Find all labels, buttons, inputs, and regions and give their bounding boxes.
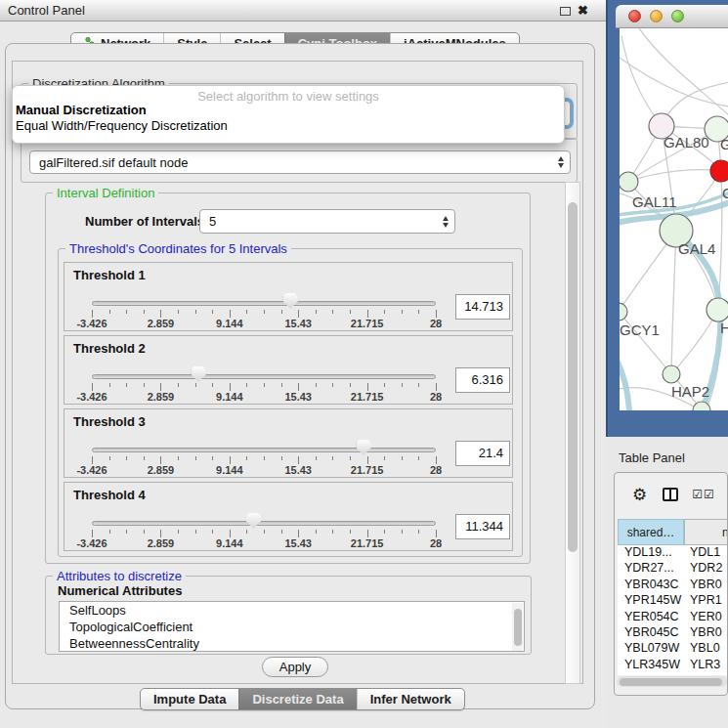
threshold-3-panel: Threshold 3 -3.426 2.859 9.144 15.43 21.… bbox=[64, 408, 513, 478]
slider-scale: -3.426 2.859 9.144 15.43 21.715 28 bbox=[92, 318, 436, 329]
slider-track[interactable] bbox=[92, 448, 436, 452]
table-row[interactable]: YER054CYER0 bbox=[618, 610, 728, 625]
table-row[interactable]: YBL079WYBL0 bbox=[618, 641, 728, 657]
table-panel-area: Table Panel ⚙ ☑ ☑ shared… na YDL19...YDL… bbox=[606, 437, 728, 728]
table-row[interactable]: YPR145WYPR1 bbox=[618, 593, 728, 609]
network-graph: GAL80 GA C GAL11 GAL4 GCY1 H HAP2 bbox=[620, 28, 728, 410]
minimize-traffic-light[interactable] bbox=[650, 10, 663, 22]
group-title: Interval Definition bbox=[53, 186, 158, 200]
list-item[interactable]: BetweennessCentrality bbox=[60, 635, 524, 652]
algorithm-dropdown-popup: Select algorithm to view settings Manual… bbox=[12, 85, 565, 144]
network-node-selected[interactable] bbox=[710, 160, 728, 182]
apply-button[interactable]: Apply bbox=[262, 657, 328, 677]
tab-infer-network[interactable]: Infer Network bbox=[357, 689, 464, 709]
table-row[interactable]: YIL052CYIL0 bbox=[618, 673, 728, 675]
column-header-name[interactable]: na bbox=[684, 519, 728, 545]
thresholds-group: Threshold's Coordinates for 5 Intervals … bbox=[58, 248, 523, 557]
gear-icon[interactable]: ⚙ bbox=[632, 485, 647, 505]
panel-title: Control Panel bbox=[8, 3, 85, 18]
group-title: Threshold's Coordinates for 5 Intervals bbox=[65, 241, 291, 256]
threshold-value-field[interactable]: 14.713 bbox=[455, 294, 510, 320]
threshold-label: Threshold 4 bbox=[73, 488, 146, 502]
slider-thumb[interactable] bbox=[357, 440, 371, 455]
node-label: GCY1 bbox=[620, 321, 660, 338]
network-node[interactable] bbox=[620, 303, 627, 321]
cyni-vertical-scrollbar[interactable] bbox=[565, 182, 580, 684]
table-rows: YDL19...YDL1 YDR27...YDR2 YBR043CYBR0 YP… bbox=[618, 545, 728, 675]
threshold-label: Threshold 1 bbox=[73, 268, 146, 282]
table-data-combobox[interactable]: galFiltered.sif default node bbox=[29, 150, 571, 174]
table-row[interactable]: YBR045CYBR0 bbox=[618, 625, 728, 641]
num-intervals-label: Number of Intervals bbox=[85, 214, 204, 229]
list-item[interactable]: SelfLoops bbox=[60, 602, 524, 619]
network-view-window: GAL80 GA C GAL11 GAL4 GCY1 H HAP2 bbox=[606, 0, 728, 437]
slider-scale: -3.426 2.859 9.144 15.43 21.715 28 bbox=[92, 464, 436, 476]
table-horizontal-scrollbar[interactable] bbox=[617, 676, 727, 687]
node-label: GAL4 bbox=[678, 240, 715, 257]
node-label: HAP2 bbox=[671, 383, 709, 400]
node-label: C bbox=[722, 185, 728, 201]
float-window-icon[interactable] bbox=[560, 7, 571, 16]
threshold-label: Threshold 3 bbox=[73, 414, 146, 429]
list-item[interactable]: TopologicalCoefficient bbox=[60, 619, 524, 635]
table-data-value: galFiltered.sif default node bbox=[39, 155, 188, 170]
close-traffic-light[interactable] bbox=[628, 10, 641, 22]
table-data-group: Table Data galFiltered.sif default node bbox=[21, 138, 578, 183]
checked-checkbox-icon[interactable]: ☑ bbox=[692, 488, 703, 501]
node-label: GAL11 bbox=[632, 193, 677, 210]
combo-arrows-icon bbox=[443, 216, 454, 228]
control-panel-titlebar: Control Panel ✖ bbox=[0, 0, 606, 21]
slider-thumb[interactable] bbox=[246, 513, 261, 529]
close-icon[interactable]: ✖ bbox=[578, 3, 588, 18]
column-header-shared[interactable]: shared… bbox=[618, 519, 684, 545]
interval-definition-group: Interval Definition Number of Intervals … bbox=[45, 193, 531, 564]
slider-track[interactable] bbox=[92, 301, 436, 306]
network-node[interactable] bbox=[707, 298, 728, 321]
attributes-group: Attributes to discretize Numerical Attri… bbox=[45, 576, 532, 655]
attributes-list[interactable]: SelfLoops TopologicalCoefficient Between… bbox=[59, 601, 525, 652]
popup-item-manual[interactable]: Manual Discretization bbox=[16, 103, 147, 117]
node-label: GAL80 bbox=[664, 134, 709, 150]
slider-track[interactable] bbox=[92, 374, 436, 379]
network-node[interactable] bbox=[663, 365, 680, 383]
checked-checkbox-icon[interactable]: ☑ bbox=[704, 488, 714, 501]
popup-item-equal-width[interactable]: Equal Width/Frequency Discretization bbox=[16, 118, 228, 133]
table-panel: ⚙ ☑ ☑ shared… na YDL19...YDL1 YDR27...YD… bbox=[614, 472, 728, 696]
split-columns-icon[interactable] bbox=[663, 488, 678, 501]
network-canvas[interactable]: GAL80 GA C GAL11 GAL4 GCY1 H HAP2 bbox=[620, 28, 728, 410]
network-node[interactable] bbox=[620, 172, 638, 192]
slider-scale: -3.426 2.859 9.144 15.43 21.715 28 bbox=[92, 537, 436, 549]
table-row[interactable]: YLR345WYLR3 bbox=[618, 658, 728, 673]
table-row[interactable]: YBR043CYBR0 bbox=[618, 578, 728, 593]
cyni-content-panel: Discretization Algorithm Table Data galF… bbox=[12, 61, 583, 684]
threshold-label: Threshold 2 bbox=[73, 341, 146, 356]
node-label: H bbox=[720, 320, 728, 336]
threshold-value-field[interactable]: 6.316 bbox=[455, 367, 510, 393]
scrollbar-thumb[interactable] bbox=[568, 202, 578, 552]
num-intervals-value: 5 bbox=[209, 214, 216, 229]
threshold-1-panel: Threshold 1 -3.426 2.859 9.144 15.43 21.… bbox=[64, 262, 513, 331]
threshold-2-panel: Threshold 2 -3.426 2.859 9.144 15.43 21.… bbox=[64, 335, 513, 405]
num-intervals-combobox[interactable]: 5 bbox=[199, 209, 455, 234]
threshold-value-field[interactable]: 21.4 bbox=[455, 441, 510, 466]
combo-arrows-icon bbox=[558, 156, 570, 168]
tab-discretize-data[interactable]: Discretize Data bbox=[238, 689, 356, 709]
list-scrollbar[interactable] bbox=[512, 603, 523, 652]
slider-track[interactable] bbox=[92, 521, 436, 526]
slider-thumb[interactable] bbox=[192, 366, 206, 382]
table-toolbar: ⚙ ☑ ☑ bbox=[615, 473, 727, 516]
threshold-value-field[interactable]: 11.344 bbox=[455, 514, 510, 539]
table-row[interactable]: YDL19...YDL1 bbox=[618, 545, 728, 561]
slider-thumb[interactable] bbox=[283, 293, 298, 309]
tab-impute-data[interactable]: Impute Data bbox=[141, 689, 238, 709]
table-header-row: shared… na bbox=[618, 519, 728, 545]
zoom-traffic-light[interactable] bbox=[671, 10, 684, 22]
table-row[interactable]: YDR27...YDR2 bbox=[618, 561, 728, 577]
bottom-tabstrip: Impute Data Discretize Data Infer Networ… bbox=[140, 688, 465, 710]
group-title: Attributes to discretize bbox=[53, 569, 186, 583]
slider-scale: -3.426 2.859 9.144 15.43 21.715 28 bbox=[92, 391, 436, 403]
scrollbar-thumb[interactable] bbox=[620, 678, 722, 686]
popup-hint: Select algorithm to view settings bbox=[13, 89, 564, 104]
node-label: GA bbox=[720, 136, 728, 152]
table-panel-title: Table Panel bbox=[619, 450, 685, 465]
